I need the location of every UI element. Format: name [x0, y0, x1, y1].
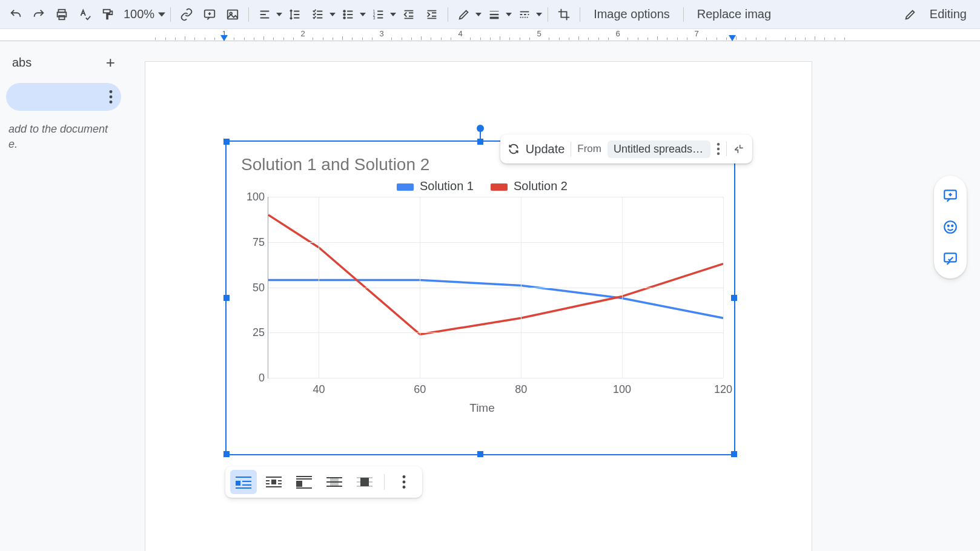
image-layout-toolbar — [225, 466, 422, 498]
add-comment-button[interactable] — [199, 4, 220, 25]
checklist-icon — [307, 4, 329, 25]
svg-point-44 — [403, 481, 406, 484]
chart-legend: Solution 1 Solution 2 — [241, 179, 723, 193]
zoom-value: 100% — [120, 7, 158, 21]
unlink-collapse-button[interactable] — [733, 143, 745, 155]
pencil-icon — [453, 4, 475, 25]
ruler: 1234567 — [0, 29, 980, 41]
line-spacing-icon — [284, 4, 306, 25]
image-options-button[interactable]: Image options — [585, 7, 678, 21]
svg-point-13 — [110, 90, 113, 93]
comment-rail — [934, 176, 967, 279]
chevron-down-icon — [158, 11, 165, 18]
undo-button[interactable] — [5, 4, 27, 25]
svg-rect-23 — [236, 487, 251, 489]
svg-point-49 — [952, 225, 953, 226]
redo-button[interactable] — [28, 4, 50, 25]
svg-point-47 — [944, 221, 956, 233]
svg-rect-20 — [236, 481, 240, 486]
svg-rect-29 — [278, 483, 282, 484]
svg-point-16 — [717, 143, 720, 145]
svg-point-43 — [403, 475, 406, 478]
add-emoji-button[interactable] — [940, 217, 961, 237]
chart-content: Solution 1 and Solution 2 Solution 1 Sol… — [227, 142, 734, 454]
wrap-text-button[interactable] — [260, 470, 287, 494]
editing-mode-button[interactable]: Editing — [921, 7, 975, 21]
chart-plot-area: 4060801001200255075100 — [268, 197, 723, 378]
editing-mode-pencil-icon — [899, 4, 921, 25]
svg-point-48 — [948, 225, 949, 226]
svg-rect-30 — [266, 486, 282, 487]
behind-text-button[interactable] — [321, 470, 348, 494]
chip-from-label: From — [577, 143, 601, 155]
add-tab-button[interactable]: + — [106, 53, 115, 72]
chip-more-button[interactable] — [717, 143, 720, 155]
legend-item-2: Solution 2 — [491, 179, 568, 193]
chevron-down-icon — [535, 12, 543, 18]
wrap-inline-button[interactable] — [230, 470, 257, 494]
legend-item-1: Solution 1 — [397, 179, 474, 193]
insert-image-button[interactable] — [222, 4, 243, 25]
align-icon — [254, 4, 276, 25]
more-vert-icon[interactable] — [109, 90, 113, 104]
paint-format-button[interactable] — [97, 4, 119, 25]
chevron-down-icon — [389, 12, 397, 18]
svg-rect-34 — [296, 487, 312, 489]
border-color-menu[interactable] — [453, 4, 482, 25]
bulleted-list-icon — [337, 4, 359, 25]
svg-rect-36 — [326, 477, 342, 478]
border-dash-menu[interactable] — [514, 4, 543, 25]
svg-rect-33 — [296, 481, 302, 487]
svg-text:3: 3 — [373, 16, 376, 20]
svg-point-8 — [343, 13, 345, 15]
checklist-menu[interactable] — [307, 4, 336, 25]
zoom-select[interactable]: 100% — [120, 7, 165, 21]
svg-rect-5 — [228, 10, 238, 19]
update-chart-button[interactable]: Update — [508, 142, 565, 156]
spellcheck-button[interactable] — [74, 4, 96, 25]
border-weight-menu[interactable] — [483, 4, 512, 25]
line-spacing-menu[interactable] — [284, 4, 306, 25]
add-comment-rail-button[interactable] — [940, 185, 961, 206]
layout-more-button[interactable] — [391, 470, 417, 494]
sidebar-heading: abs — [12, 56, 31, 70]
svg-rect-3 — [104, 9, 110, 13]
svg-rect-37 — [326, 481, 342, 483]
print-button[interactable] — [51, 4, 73, 25]
break-text-button[interactable] — [291, 470, 317, 494]
document-page: Solution 1 and Solution 2 Solution 1 Sol… — [145, 62, 812, 551]
svg-point-7 — [343, 10, 345, 12]
sidebar-active-tab[interactable] — [6, 83, 121, 111]
numbered-list-menu[interactable]: 123 — [368, 4, 397, 25]
svg-rect-19 — [236, 477, 251, 478]
crop-button[interactable] — [553, 4, 575, 25]
replace-image-button[interactable]: Replace imag — [689, 7, 773, 21]
svg-point-18 — [717, 153, 720, 155]
decrease-indent-button[interactable] — [398, 4, 420, 25]
suggest-edits-button[interactable] — [940, 248, 961, 269]
chart-object[interactable]: Solution 1 and Solution 2 Solution 1 Sol… — [225, 140, 735, 455]
bulleted-list-menu[interactable] — [337, 4, 366, 25]
svg-rect-21 — [242, 481, 251, 482]
chevron-down-icon — [359, 12, 366, 18]
svg-rect-42 — [360, 478, 369, 486]
border-dash-icon — [514, 4, 535, 25]
rotate-handle[interactable] — [477, 125, 484, 132]
x-axis-title: Time — [241, 401, 723, 415]
chevron-down-icon — [505, 12, 512, 18]
svg-rect-28 — [266, 483, 270, 484]
chip-source-link[interactable]: Untitled spreadsh… — [608, 140, 710, 158]
insert-link-button[interactable] — [176, 4, 197, 25]
svg-point-9 — [343, 17, 345, 19]
linked-chart-chip: Update From Untitled spreadsh… — [500, 134, 752, 163]
front-text-button[interactable] — [351, 470, 378, 494]
align-menu[interactable] — [254, 4, 283, 25]
sidebar-hint: add to the document e. — [6, 122, 121, 152]
increase-indent-button[interactable] — [421, 4, 443, 25]
svg-point-17 — [717, 148, 720, 150]
svg-point-14 — [110, 96, 113, 99]
border-weight-icon — [483, 4, 505, 25]
svg-rect-31 — [296, 476, 312, 477]
chevron-down-icon — [475, 12, 482, 18]
svg-rect-32 — [296, 478, 312, 480]
